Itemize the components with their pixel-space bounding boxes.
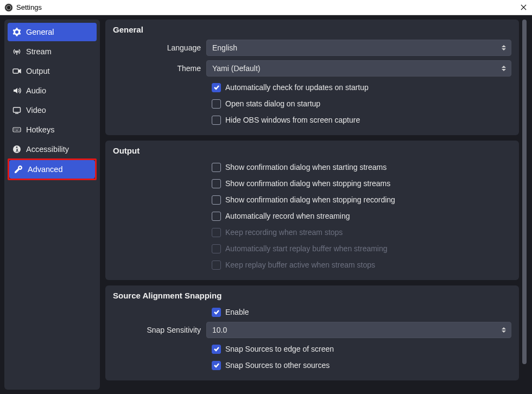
sidebar-item-accessibility[interactable]: Accessibility <box>8 140 97 158</box>
checkbox-label: Enable <box>225 308 249 316</box>
scrollbar-thumb[interactable] <box>522 20 527 364</box>
checkbox-confirm-stop-stream[interactable]: Show confirmation dialog when stopping s… <box>212 177 511 190</box>
label-language: Language <box>113 43 206 52</box>
svg-rect-4 <box>14 107 21 112</box>
checkbox-keep-replay: Keep replay buffer active when stream st… <box>212 258 511 271</box>
row-theme: Theme Yami (Default) <box>113 60 511 77</box>
sidebar-item-video[interactable]: Video <box>8 101 97 119</box>
titlebar: Settings <box>0 0 532 15</box>
sidebar-item-label: General <box>26 28 54 36</box>
sidebar-item-audio[interactable]: Audio <box>8 81 97 100</box>
checkbox-icon <box>212 163 221 172</box>
content-area: General Language English Theme Yami (D <box>105 20 527 390</box>
checkbox-label: Show confirmation dialog when starting s… <box>225 163 387 171</box>
checkbox-label: Snap Sources to edge of screen <box>225 345 334 353</box>
panels: General Language English Theme Yami (D <box>105 20 519 390</box>
svg-point-7 <box>16 147 18 148</box>
spinner-icon <box>499 323 509 336</box>
select-theme[interactable]: Yami (Default) <box>206 60 511 77</box>
checkbox-label: Show confirmation dialog when stopping s… <box>225 179 390 188</box>
speaker-icon <box>12 86 22 96</box>
sidebar-item-output[interactable]: Output <box>8 62 97 80</box>
label-snap-sensitivity: Snap Sensitivity <box>113 326 206 334</box>
input-value: 10.0 <box>212 326 227 334</box>
checkbox-icon <box>212 228 221 237</box>
panel-title: General <box>113 25 511 34</box>
sidebar-item-advanced[interactable]: Advanced <box>9 160 95 179</box>
checkbox-icon <box>212 83 221 92</box>
row-language: Language English <box>113 40 511 56</box>
label-theme: Theme <box>113 64 206 73</box>
panel-output: Output Show confirmation dialog when sta… <box>105 141 519 280</box>
checkbox-snap-edge[interactable]: Snap Sources to edge of screen <box>212 342 511 355</box>
sidebar-item-label: Stream <box>26 47 52 56</box>
input-snap-sensitivity[interactable]: 10.0 <box>206 322 511 338</box>
checkbox-hide-windows[interactable]: Hide OBS windows from screen capture <box>212 113 511 126</box>
camera-icon <box>12 66 22 76</box>
sidebar-item-hotkeys[interactable]: Hotkeys <box>8 120 97 139</box>
checkbox-auto-replay: Automatically start replay buffer when s… <box>212 242 511 255</box>
checkbox-label: Automatically record when streaming <box>225 212 350 220</box>
close-button[interactable] <box>519 3 528 12</box>
checkbox-snap-other[interactable]: Snap Sources to other sources <box>212 359 511 372</box>
panel-general: General Language English Theme Yami (D <box>105 20 519 135</box>
accessibility-icon <box>12 144 22 154</box>
checkbox-label: Open stats dialog on startup <box>225 99 320 108</box>
checkbox-keep-recording: Keep recording when stream stops <box>212 226 511 239</box>
checkbox-label: Snap Sources to other sources <box>225 361 330 370</box>
panel-title: Source Alignment Snapping <box>113 291 511 300</box>
sidebar-item-label: Video <box>26 106 46 115</box>
checkbox-label: Automatically start replay buffer when s… <box>225 244 388 253</box>
checkbox-icon <box>212 244 221 253</box>
select-value: Yami (Default) <box>212 64 260 73</box>
checkbox-icon <box>212 260 221 270</box>
panel-snapping: Source Alignment Snapping Enable Snap Se… <box>105 285 519 380</box>
svg-rect-5 <box>13 128 21 132</box>
sidebar-item-stream[interactable]: Stream <box>8 42 97 61</box>
checkbox-icon <box>212 195 221 205</box>
svg-rect-3 <box>13 69 18 73</box>
app-body: General Stream Output Audio Video <box>0 15 532 394</box>
checkbox-icon <box>212 361 221 370</box>
checkbox-confirm-stop-recording[interactable]: Show confirmation dialog when stopping r… <box>212 193 511 206</box>
svg-point-2 <box>16 51 17 52</box>
antenna-icon <box>12 47 22 56</box>
checkbox-icon <box>212 212 221 221</box>
checkbox-label: Show confirmation dialog when stopping r… <box>225 195 395 204</box>
checkbox-auto-updates[interactable]: Automatically check for updates on start… <box>212 81 511 94</box>
spinner-icon <box>499 62 509 75</box>
checkbox-icon <box>212 99 221 109</box>
sidebar: General Stream Output Audio Video <box>4 20 100 390</box>
checkbox-icon <box>212 345 221 354</box>
spinner-icon <box>499 41 509 54</box>
checkbox-auto-record[interactable]: Automatically record when streaming <box>212 209 511 223</box>
sidebar-item-label: Accessibility <box>26 145 69 154</box>
checkbox-label: Automatically check for updates on start… <box>225 83 369 92</box>
monitor-icon <box>12 105 22 115</box>
app-icon <box>4 3 13 12</box>
sidebar-item-label: Output <box>26 67 50 75</box>
tools-icon <box>14 164 23 174</box>
checkbox-icon <box>212 116 221 125</box>
sidebar-item-label: Advanced <box>28 165 63 174</box>
sidebar-item-label: Hotkeys <box>26 125 54 134</box>
checkbox-confirm-start-stream[interactable]: Show confirmation dialog when starting s… <box>212 161 511 174</box>
keyboard-icon <box>12 125 22 135</box>
gear-icon <box>12 27 22 37</box>
checkbox-icon <box>212 179 221 188</box>
sidebar-item-label: Audio <box>26 86 46 95</box>
svg-point-0 <box>5 4 12 11</box>
scrollbar[interactable] <box>522 20 527 390</box>
window-title: Settings <box>16 3 519 11</box>
checkbox-snap-enable[interactable]: Enable <box>212 306 511 319</box>
checkbox-icon <box>212 308 221 317</box>
sidebar-item-general[interactable]: General <box>8 23 97 41</box>
panel-title: Output <box>113 146 511 155</box>
checkbox-label: Hide OBS windows from screen capture <box>225 116 360 124</box>
row-snap-sensitivity: Snap Sensitivity 10.0 <box>113 322 511 338</box>
checkbox-label: Keep replay buffer active when stream st… <box>225 260 375 269</box>
checkbox-label: Keep recording when stream stops <box>225 228 343 237</box>
select-value: English <box>212 43 237 52</box>
checkbox-open-stats[interactable]: Open stats dialog on startup <box>212 97 511 110</box>
select-language[interactable]: English <box>206 40 511 56</box>
